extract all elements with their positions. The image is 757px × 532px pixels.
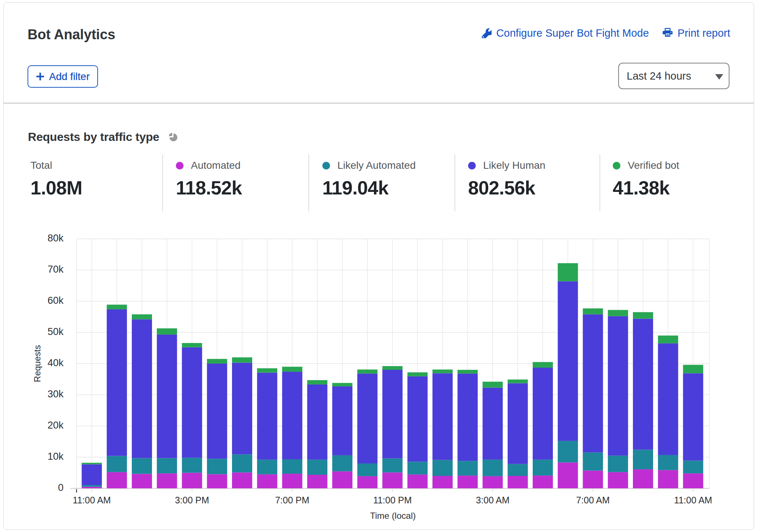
- x-tick-label: 7:00 AM: [576, 495, 610, 505]
- bar-segment: [332, 383, 352, 386]
- stat-likely-human: Likely Human802.56k: [468, 160, 546, 197]
- bar-segment: [608, 472, 628, 488]
- bar-segment: [132, 458, 152, 474]
- bar-segment: [157, 335, 177, 458]
- bar-segment: [207, 474, 227, 488]
- bar-segment: [357, 476, 377, 488]
- stat-divider: [162, 154, 163, 211]
- bar-segment: [107, 472, 127, 488]
- stat-label: Verified bot: [628, 160, 679, 171]
- bar-segment: [82, 464, 102, 485]
- bar-segment: [432, 460, 453, 476]
- legend-dot: [468, 162, 476, 170]
- bar-segment: [307, 460, 327, 475]
- bar-segment: [332, 455, 352, 471]
- bar-segment: [282, 474, 303, 488]
- bar-segment: [558, 462, 578, 488]
- y-tick-label: 40k: [47, 357, 64, 368]
- bar-segment: [157, 328, 177, 335]
- bar-segment: [658, 336, 678, 343]
- bar-segment: [282, 367, 303, 372]
- x-tick-label: 3:00 PM: [175, 495, 209, 505]
- stat-value: 118.52k: [176, 178, 242, 197]
- stat-automated: Automated118.52k: [176, 160, 242, 197]
- bar-segment: [182, 343, 202, 347]
- bar-segment: [583, 471, 603, 488]
- legend-dot: [322, 162, 330, 170]
- bar-segment: [232, 473, 252, 488]
- bar-segment: [633, 469, 653, 488]
- bar-segment: [182, 473, 202, 489]
- bar-segment: [307, 385, 327, 460]
- x-tick-label: 11:00 AM: [674, 495, 712, 505]
- x-axis-title: Time (local): [370, 511, 416, 521]
- bar-segment: [408, 462, 428, 474]
- bar-segment: [82, 463, 102, 464]
- bar-segment: [332, 386, 352, 455]
- bar-segment: [157, 458, 177, 474]
- bar-segment: [432, 373, 453, 460]
- configure-link-label: Configure Super Bot Fight Mode: [496, 27, 649, 39]
- configure-super-bot-fight-mode-link[interactable]: Configure Super Bot Fight Mode: [482, 27, 649, 39]
- stat-value: 802.56k: [468, 178, 546, 197]
- bar-segment: [508, 383, 528, 464]
- bar-segment: [658, 470, 678, 488]
- print-report-link[interactable]: Print report: [662, 27, 730, 39]
- bar-segment: [132, 314, 152, 320]
- stat-divider: [454, 154, 455, 211]
- stat-label: Automated: [191, 160, 240, 171]
- stat-total: Total1.08M: [30, 160, 82, 197]
- stat-divider: [600, 154, 600, 211]
- stat-likely-automated: Likely Automated119.04k: [322, 160, 416, 197]
- bar-segment: [332, 471, 352, 488]
- bar-segment: [683, 373, 703, 460]
- bar-segment: [182, 458, 202, 473]
- printer-icon: [662, 28, 673, 39]
- bar-segment: [483, 382, 503, 387]
- bar-segment: [357, 374, 377, 463]
- bar-segment: [408, 376, 428, 462]
- bar-segment: [307, 380, 327, 385]
- x-tick-label: 3:00 AM: [476, 495, 510, 505]
- bar-segment: [583, 314, 603, 453]
- bar-segment: [307, 475, 327, 488]
- add-filter-button[interactable]: Add filter: [28, 65, 98, 88]
- bar-segment: [408, 372, 428, 376]
- legend-dot: [613, 162, 620, 170]
- bar-segment: [257, 460, 277, 474]
- bar-segment: [533, 460, 553, 475]
- bar-segment: [207, 359, 227, 364]
- bar-segment: [207, 364, 227, 459]
- bar-segment: [383, 370, 403, 458]
- bar-segment: [457, 475, 478, 488]
- stat-value: 41.38k: [613, 178, 679, 197]
- bar-segment: [658, 455, 678, 470]
- legend-dot: [176, 162, 184, 170]
- bar-segment: [107, 309, 127, 456]
- bar-segment: [633, 312, 653, 319]
- bar-segment: [257, 368, 277, 373]
- header-divider: [3, 103, 754, 103]
- bar-segment: [107, 305, 127, 309]
- stat-label: Likely Human: [483, 160, 546, 171]
- bar-segment: [483, 460, 503, 476]
- bar-segment: [608, 316, 628, 456]
- bar-segment: [533, 475, 553, 488]
- bar-segment: [683, 365, 703, 373]
- bar-segment: [132, 319, 152, 458]
- bar-segment: [232, 357, 252, 362]
- bar-segment: [282, 372, 303, 459]
- time-range-select[interactable]: Last 24 hours: [618, 63, 729, 89]
- bar-segment: [232, 454, 252, 472]
- bar-segment: [683, 460, 703, 473]
- section-title: Requests by traffic type: [28, 130, 159, 144]
- bar-segment: [633, 450, 653, 470]
- bar-segment: [383, 458, 403, 472]
- bar-segment: [583, 309, 603, 314]
- bar-segment: [383, 366, 403, 370]
- page-title: Bot Analytics: [28, 28, 115, 41]
- bar-segment: [132, 474, 152, 488]
- stat-value: 1.08M: [30, 178, 82, 197]
- time-range-value: Last 24 hours: [627, 70, 691, 82]
- y-tick-label: 0: [58, 482, 64, 493]
